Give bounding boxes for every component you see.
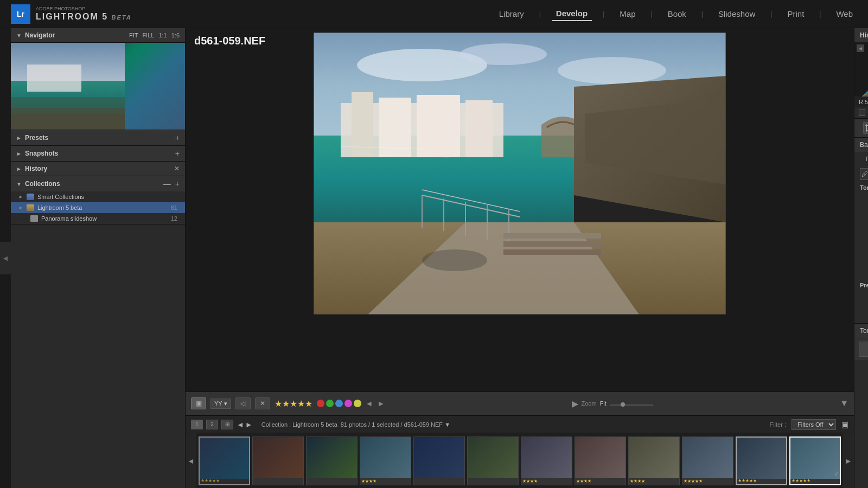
film-thumb-12[interactable]: ★★★★★ ⤢ <box>789 436 841 485</box>
collections-collapse-icon: ▼ <box>16 181 22 187</box>
left-panel-collapse-arrow[interactable]: ◄ <box>0 242 11 274</box>
wb-dropper-tool[interactable]: 🖊 <box>860 168 868 180</box>
tone-subheader: Tone Auto <box>854 182 868 193</box>
collections-header[interactable]: ▼ Collections — + <box>11 176 185 191</box>
vibrance-row: Vibrance 0 <box>854 301 868 312</box>
forward-arrow-button[interactable]: ► <box>245 420 253 429</box>
color-purple-button[interactable] <box>344 400 352 407</box>
crop-tool[interactable] <box>863 122 868 134</box>
flag-button[interactable]: ◁ <box>235 397 251 409</box>
original-photo-checkbox[interactable] <box>859 110 865 116</box>
history-close-button[interactable]: ✕ <box>174 165 180 172</box>
clarity-row: Clarity +21 <box>854 291 868 301</box>
zoom-fill-option[interactable]: FILL <box>142 32 154 38</box>
logo-area: Lr ADOBE PHOTOSHOP LIGHTROOM 5 BETA <box>11 4 132 24</box>
zoom-slider[interactable] <box>610 400 653 407</box>
film-thumb-7[interactable]: ★★★★ <box>521 436 572 485</box>
color-green-button[interactable] <box>326 400 334 407</box>
left-panel: ▼ Navigator FIT FILL 1:1 1:6 <box>11 28 186 488</box>
nav-web[interactable]: Web <box>832 7 857 21</box>
nav-library[interactable]: Library <box>495 7 528 21</box>
image-container: d561-059.NEF <box>186 28 854 415</box>
toolbar: ▣ YY ▾ ◁ ✕ ★★★★★ ◄ ► <box>186 391 854 415</box>
zoom-1-6-option[interactable]: 1:6 <box>171 32 180 38</box>
nav-book[interactable]: Book <box>663 7 691 21</box>
navigator-thumbnail[interactable] <box>11 43 185 130</box>
toolbar-left: ▣ YY ▾ ◁ ✕ ★★★★★ ◄ ► <box>191 397 385 409</box>
grid-options-button[interactable]: ▣ <box>841 420 848 429</box>
collections-add-button[interactable]: + <box>175 179 180 188</box>
image-area-wrapper: d561-059.NEF <box>186 28 854 415</box>
film-stars-7: ★★★★ <box>522 479 538 484</box>
star-rating-bar[interactable]: ★★★★★ <box>275 399 312 409</box>
lr5-beta-arrow: ► <box>18 205 23 210</box>
film-thumb-3[interactable] <box>306 436 358 485</box>
color-yellow-button[interactable] <box>354 400 361 407</box>
film-thumb-8[interactable]: ★★★★ <box>575 436 626 485</box>
film-stars-10: ★★★★★ <box>684 479 703 484</box>
film-thumb-11[interactable]: ★★★★★ <box>736 436 787 485</box>
zoom-label: Zoom <box>582 400 597 407</box>
presets-add-button[interactable]: + <box>175 133 180 142</box>
zoom-1-1-option[interactable]: 1:1 <box>158 32 167 38</box>
filter-select[interactable]: Filters Off <box>792 419 836 430</box>
histogram-header[interactable]: Histogram ▼ <box>854 28 868 42</box>
collections-section: ▼ Collections — + ► Smart Collections ► <box>11 176 185 224</box>
filmstrip-prev-arrow[interactable]: ◄ <box>186 433 196 488</box>
panorama-slideshow-count: 12 <box>171 215 177 222</box>
lr5-beta-collection-item[interactable]: ► Lightroom 5 beta 81 <box>11 202 185 213</box>
color-blue-button[interactable] <box>335 400 343 407</box>
view-grid-button[interactable]: ▣ <box>191 397 206 409</box>
hist-clipping-shadows[interactable]: ◀ <box>857 44 864 52</box>
panorama-slideshow-item[interactable]: Panorama slideshow 12 <box>11 213 185 224</box>
prev-arrow-button[interactable]: ◄ <box>366 399 373 408</box>
tone-curve-section[interactable]: Tone Curve ▼ <box>854 323 868 338</box>
yy-dropdown[interactable]: YY ▾ <box>210 399 231 409</box>
film-thumb-5[interactable] <box>413 436 465 485</box>
collections-minus-button[interactable]: — <box>163 179 171 188</box>
vibrance-label: Vibrance <box>860 304 868 310</box>
exposure-row: Exposure 0.00 <box>854 215 868 226</box>
film-thumb-10[interactable]: ★★★★★ <box>682 436 733 485</box>
nav-print[interactable]: Print <box>783 7 808 21</box>
photo-count-info: 81 photos / 1 selected / d561-059.NEF ▼ <box>341 421 450 428</box>
zoom-fit-option[interactable]: FIT <box>129 32 138 38</box>
film-thumb-2[interactable] <box>252 436 304 485</box>
basic-panel-title: Basic <box>860 141 868 149</box>
view-grid-small-button[interactable]: ⊞ <box>221 420 233 429</box>
film-thumb-9[interactable]: ★★★★ <box>628 436 680 485</box>
presence-subheader: Presence <box>854 280 868 291</box>
presets-header[interactable]: ► Presets + <box>11 130 185 145</box>
snapshots-header[interactable]: ► Snapshots + <box>11 146 185 161</box>
basic-panel-header[interactable]: Basic ▼ <box>854 138 868 152</box>
nav-arrows: ◄ ► <box>237 420 253 429</box>
panorama-slideshow-label: Panorama slideshow <box>41 215 168 222</box>
nav-slideshow[interactable]: Slideshow <box>714 7 760 21</box>
back-arrow-button[interactable]: ◄ <box>237 420 244 429</box>
view-compare-button[interactable]: 2 <box>206 420 218 429</box>
filmstrip-next-arrow[interactable]: ► <box>843 433 854 488</box>
navigator-header[interactable]: ▼ Navigator FIT FILL 1:1 1:6 <box>11 28 185 43</box>
image-filename-overlay: d561-059.NEF <box>194 35 265 47</box>
tint-row: Tint +9 <box>854 204 868 215</box>
history-collapse-icon: ► <box>16 166 22 172</box>
color-red-button[interactable] <box>317 400 324 407</box>
clarity-label: Clarity <box>860 293 868 299</box>
snapshots-add-button[interactable]: + <box>175 149 180 158</box>
nav-map[interactable]: Map <box>615 7 640 21</box>
previous-button[interactable]: Previous <box>859 342 868 357</box>
main-image-area: d561-059.NEF <box>186 28 854 391</box>
toolbar-dropdown[interactable]: ▼ <box>840 399 848 408</box>
film-thumb-6[interactable] <box>467 436 519 485</box>
play-button[interactable]: ▶ <box>572 399 578 409</box>
film-thumb-4[interactable]: ★★★★ <box>360 436 411 485</box>
view-single-button[interactable]: 1 <box>191 420 203 429</box>
smart-collections-label: Smart Collections <box>37 194 177 200</box>
next-arrow-button[interactable]: ► <box>377 399 385 408</box>
history-header[interactable]: ► History ✕ <box>11 162 185 176</box>
smart-collections-arrow: ► <box>18 194 23 200</box>
smart-collections-item[interactable]: ► Smart Collections <box>11 191 185 202</box>
nav-develop[interactable]: Develop <box>552 7 592 21</box>
film-thumb-1[interactable]: ★★★★★ <box>199 436 250 485</box>
unflag-button[interactable]: ✕ <box>255 397 270 409</box>
